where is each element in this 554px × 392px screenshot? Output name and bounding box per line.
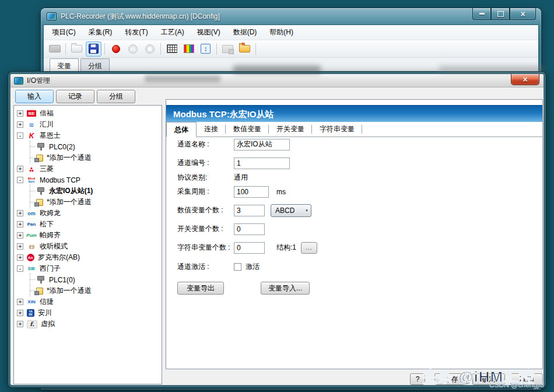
- menu-item-6[interactable]: 帮助(H): [263, 27, 300, 37]
- expand-toggle-icon[interactable]: [17, 232, 23, 239]
- expand-toggle-icon[interactable]: [17, 321, 23, 327]
- main-title-bar[interactable]: PLC-Recorder (测试 www.hiddenmap.cn) [DCon…: [41, 8, 541, 24]
- close-button[interactable]: [510, 8, 536, 20]
- dialog-top-button-1[interactable]: 记录: [56, 90, 94, 103]
- tree-item-16[interactable]: *添加一个通道: [14, 285, 162, 296]
- expand-toggle-icon[interactable]: [17, 110, 23, 117]
- numeric-count-input[interactable]: [234, 205, 265, 216]
- activate-checkbox[interactable]: [234, 263, 241, 271]
- period-input[interactable]: [234, 186, 269, 198]
- tree-item-label: 三菱: [40, 164, 54, 174]
- expand-toggle-icon[interactable]: [17, 243, 23, 250]
- dialog-close-icon[interactable]: [511, 74, 539, 85]
- dialog-top-button-2[interactable]: 分组: [97, 90, 135, 103]
- tree-item-8[interactable]: *添加一个通道: [14, 197, 162, 208]
- channel-name-row: 通道名称 :: [177, 138, 290, 150]
- add-page-icon: [36, 199, 43, 206]
- save-tool[interactable]: [86, 41, 101, 57]
- export-variables-button[interactable]: 变量导出: [177, 282, 224, 295]
- tree-item-label: 安川: [38, 308, 52, 318]
- device-icon: [49, 45, 61, 52]
- main-tab-1[interactable]: 分组: [80, 58, 110, 73]
- menu-item-1[interactable]: 采集(R): [82, 27, 119, 37]
- channel-name-label: 通道名称 :: [177, 139, 234, 149]
- tree-item-label: 松下: [40, 219, 54, 229]
- tree-item-label: 倍福: [40, 108, 54, 118]
- tree-item-13[interactable]: RA罗克韦尔(AB): [14, 252, 162, 263]
- tree-item-15[interactable]: PLC1(0): [14, 274, 162, 285]
- add-page-icon: [36, 155, 43, 162]
- collapse-toggle-icon[interactable]: [17, 177, 23, 183]
- struct-more-button[interactable]: ...: [301, 242, 317, 254]
- maximize-button[interactable]: [491, 8, 510, 20]
- menu-item-2[interactable]: 转发(T): [118, 27, 154, 37]
- tree-item-11[interactable]: Pum帕姆齐: [14, 230, 162, 241]
- expand-toggle-icon[interactable]: [17, 254, 23, 261]
- channel-name-input[interactable]: [234, 139, 290, 150]
- tree-item-12[interactable]: ((·))收听模式: [14, 241, 162, 252]
- stop-tool: [142, 41, 157, 57]
- channel-tab-1[interactable]: 连接: [197, 122, 226, 136]
- channel-tab-2[interactable]: 数值变量: [226, 122, 269, 136]
- io-management-dialog: I/O管理 输入记录分组 BE倍福≈汇川K基恩士PLC0(2)*添加一个通道◆◆…: [8, 72, 546, 387]
- tree-item-0[interactable]: BE倍福: [14, 108, 162, 119]
- menu-item-5[interactable]: 数据(D): [227, 27, 264, 37]
- tree-item-9[interactable]: om欧姆龙: [14, 208, 162, 219]
- dialog-title-bar[interactable]: I/O管理: [10, 74, 544, 88]
- channel-tab-4[interactable]: 字符串变量: [312, 122, 362, 136]
- tree-item-17[interactable]: XIN信捷: [14, 296, 162, 307]
- menu-item-3[interactable]: 工艺(A): [155, 27, 191, 37]
- tree-item-3[interactable]: PLC0(2): [14, 141, 162, 152]
- channel-tab-3[interactable]: 开关变量: [269, 122, 312, 136]
- tree-item-19[interactable]: f.虚拟: [14, 318, 162, 330]
- dialog-top-buttons: 输入记录分组: [15, 90, 138, 103]
- beckhoff-icon: BE: [27, 110, 36, 117]
- palette-tool[interactable]: [181, 41, 197, 57]
- tree-item-7[interactable]: 永宏IO从站(1): [14, 186, 162, 197]
- dialog-top-button-0[interactable]: 输入: [15, 90, 54, 103]
- expand-toggle-icon[interactable]: [17, 310, 23, 316]
- pause-tool: [125, 41, 141, 57]
- string-count-input[interactable]: [234, 242, 265, 254]
- wave-folder-tool[interactable]: [237, 41, 253, 57]
- palette-icon: [184, 44, 194, 53]
- toolbar: [44, 40, 538, 58]
- byte-order-select[interactable]: ABCD: [271, 204, 311, 217]
- expand-toggle-icon[interactable]: [17, 299, 23, 305]
- menu-item-0[interactable]: 项目(C): [45, 27, 82, 37]
- grid-tool[interactable]: [164, 41, 180, 57]
- tree-item-4[interactable]: *添加一个通道: [14, 152, 162, 163]
- menu-item-4[interactable]: 视图(V): [191, 27, 227, 37]
- menu-bar: 项目(C)采集(R)转发(T)工艺(A)视图(V)数据(D)帮助(H): [44, 25, 538, 40]
- channel-no-input[interactable]: [234, 158, 290, 169]
- activate-label: 通道激活 :: [177, 262, 234, 272]
- switch-count-input[interactable]: [234, 223, 265, 235]
- tree-item-label: 西门子: [40, 264, 61, 274]
- expand-toggle-icon[interactable]: [17, 166, 23, 172]
- main-tab-0[interactable]: 变量: [50, 58, 79, 73]
- rockwell-icon: RA: [27, 254, 34, 261]
- virtual-icon: f.: [27, 320, 37, 328]
- channel-tab-0[interactable]: 总体: [166, 122, 197, 137]
- tree-item-1[interactable]: ≈汇川: [14, 119, 162, 130]
- record-tool[interactable]: [108, 41, 124, 57]
- minimize-button[interactable]: [472, 8, 491, 20]
- collapse-toggle-icon[interactable]: [17, 132, 23, 139]
- tree-item-14[interactable]: SIE西门子: [14, 263, 162, 274]
- window-caption-buttons: [472, 8, 536, 20]
- expand-toggle-icon[interactable]: [17, 121, 23, 128]
- vscale-tool[interactable]: [198, 41, 213, 57]
- collapse-toggle-icon[interactable]: [17, 265, 23, 272]
- blurred-region: [233, 65, 321, 74]
- channel-no-label: 通道编号 :: [177, 158, 234, 168]
- tree-item-5[interactable]: ◆◆◆三菱: [14, 163, 162, 174]
- tree-item-6[interactable]: ModbusModbus TCP: [14, 174, 162, 186]
- tree-item-10[interactable]: Pan松下: [14, 219, 162, 230]
- expand-toggle-icon[interactable]: [17, 221, 23, 228]
- listen-icon: ((·)): [27, 243, 36, 251]
- open-folder-tool[interactable]: [69, 41, 85, 57]
- import-variables-button[interactable]: 变量导入...: [261, 282, 310, 295]
- tree-item-2[interactable]: K基恩士: [14, 130, 162, 141]
- tree-item-18[interactable]: YASK安川: [14, 307, 162, 318]
- expand-toggle-icon[interactable]: [17, 210, 23, 216]
